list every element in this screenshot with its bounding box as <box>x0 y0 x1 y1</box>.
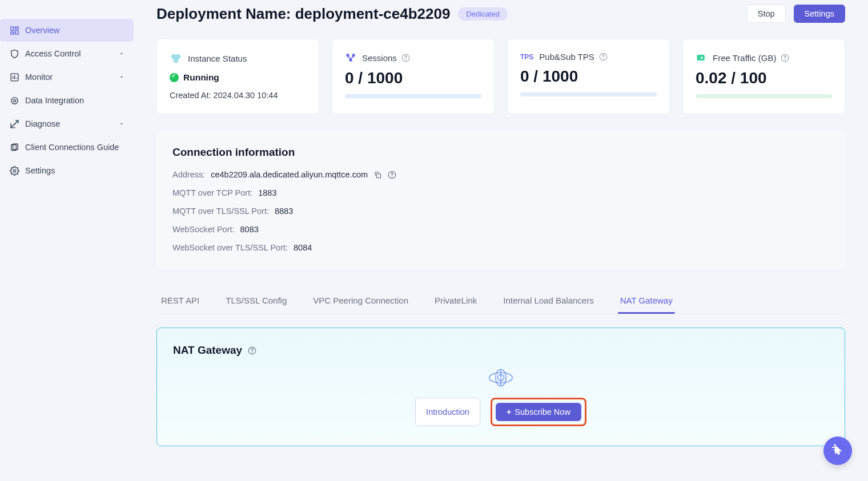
title-prefix: Deployment Name: <box>156 5 295 22</box>
svg-point-32 <box>252 352 252 353</box>
sidebar-item-label: Data Integration <box>25 96 84 105</box>
card-title: Sessions <box>362 53 397 63</box>
copy-icon[interactable] <box>373 171 382 179</box>
instance-status-icon <box>170 52 182 64</box>
plus-icon: + <box>507 407 511 417</box>
nat-gateway-panel: NAT Gateway Introduction +Subscribe Now <box>156 328 845 446</box>
tab-nat-gateway[interactable]: NAT Gateway <box>620 289 673 313</box>
svg-point-12 <box>13 169 15 172</box>
sidebar-item-label: Monitor <box>25 72 53 82</box>
page-header: Deployment Name: deployment-ce4b2209 Ded… <box>156 5 845 23</box>
help-icon[interactable] <box>401 54 410 62</box>
help-icon[interactable] <box>599 52 608 61</box>
settings-button[interactable]: Settings <box>794 5 845 23</box>
svg-rect-1 <box>15 27 18 29</box>
svg-point-27 <box>785 59 786 60</box>
port-row: MQTT over TCP Port: 1883 <box>172 188 829 197</box>
subscribe-now-button[interactable]: +Subscribe Now <box>496 403 581 421</box>
traffic-value: 0.02 / 100 <box>696 69 832 87</box>
help-fab-button[interactable] <box>823 436 852 465</box>
card-instance-status: Instance Status Running Created At: 2024… <box>156 39 319 114</box>
svg-rect-16 <box>347 54 349 56</box>
sidebar-item-label: Settings <box>25 166 55 175</box>
tab-rest-api[interactable]: REST API <box>161 289 199 313</box>
header-actions: Stop Settings <box>747 5 845 23</box>
svg-rect-0 <box>11 27 14 30</box>
port-label: WebSocket Port: <box>172 225 235 234</box>
card-title: Free Traffic (GB) <box>713 53 776 63</box>
subscribe-highlight: +Subscribe Now <box>491 398 586 426</box>
traffic-progress-bar <box>696 94 832 98</box>
metric-cards: Instance Status Running Created At: 2024… <box>156 39 845 114</box>
sidebar-item-client-guide[interactable]: Client Connections Guide <box>0 136 134 159</box>
diagnose-icon <box>9 119 19 129</box>
introduction-button[interactable]: Introduction <box>415 398 480 426</box>
subscribe-label: Subscribe Now <box>515 407 570 417</box>
sidebar-item-label: Diagnose <box>25 119 60 128</box>
status-text: Running <box>183 72 219 83</box>
port-value: 8083 <box>240 225 259 234</box>
layers-icon <box>9 95 19 106</box>
panel-title: NAT Gateway <box>173 344 242 357</box>
svg-point-15 <box>173 58 178 63</box>
created-prefix: Created At: <box>170 91 214 100</box>
address-label: Address: <box>172 170 205 179</box>
help-icon[interactable] <box>388 171 396 179</box>
help-icon[interactable] <box>248 346 256 355</box>
sidebar-item-monitor[interactable]: Monitor <box>0 66 134 88</box>
svg-rect-18 <box>349 59 352 62</box>
tab-privatelink[interactable]: PrivateLink <box>435 289 477 313</box>
sidebar-item-label: Access Control <box>25 49 81 58</box>
port-value: 8084 <box>294 243 312 252</box>
connection-info-section: Connection information Address: ce4b2209… <box>156 130 845 269</box>
svg-rect-28 <box>377 173 381 177</box>
port-value: 1883 <box>258 188 276 197</box>
tab-vpc-peering[interactable]: VPC Peering Connection <box>313 289 408 313</box>
traffic-icon <box>696 52 707 63</box>
deployment-type-badge: Dedicated <box>458 7 508 21</box>
svg-point-30 <box>392 176 392 177</box>
help-icon[interactable] <box>781 54 789 62</box>
address-value: ce4b2209.ala.dedicated.aliyun.mqttce.com <box>211 170 368 179</box>
svg-rect-3 <box>11 32 14 34</box>
tab-tls-ssl[interactable]: TLS/SSL Config <box>226 289 287 313</box>
tps-progress-bar <box>520 92 657 96</box>
card-traffic: Free Traffic (GB) 0.02 / 100 <box>682 39 845 114</box>
port-label: WebSocket over TLS/SSL Port: <box>172 243 288 252</box>
sidebar: Overview Access Control Monitor Data <box>0 0 134 481</box>
sidebar-item-access-control[interactable]: Access Control <box>0 42 134 65</box>
sessions-icon <box>345 52 356 63</box>
card-title: Instance Status <box>188 54 247 63</box>
svg-rect-25 <box>697 55 705 60</box>
port-value: 8883 <box>275 207 293 216</box>
config-tabs: REST API TLS/SSL Config VPC Peering Conn… <box>156 289 845 314</box>
svg-point-24 <box>603 58 604 59</box>
created-value: 2024.04.30 10:44 <box>214 91 278 100</box>
svg-point-8 <box>13 99 15 102</box>
tab-internal-lb[interactable]: Internal Load Balancers <box>503 289 593 313</box>
sidebar-item-data-integration[interactable]: Data Integration <box>0 89 134 112</box>
instance-status-value: Running <box>170 72 306 83</box>
stop-button[interactable]: Stop <box>747 5 786 23</box>
sidebar-item-settings[interactable]: Settings <box>0 159 134 182</box>
sidebar-item-label: Client Connections Guide <box>25 143 119 152</box>
sidebar-item-diagnose[interactable]: Diagnose <box>0 112 134 135</box>
card-tps: TPS Pub&Sub TPS 0 / 1000 <box>507 39 670 114</box>
tps-icon: TPS <box>520 53 533 61</box>
main-content: Deployment Name: deployment-ce4b2209 Ded… <box>134 0 868 481</box>
sessions-progress-bar <box>345 94 481 98</box>
chart-icon <box>9 72 19 82</box>
page-title: Deployment Name: deployment-ce4b2209 <box>156 5 450 23</box>
svg-line-19 <box>348 56 351 58</box>
created-at: Created At: 2024.04.30 10:44 <box>170 91 306 100</box>
guide-icon <box>9 142 19 152</box>
sidebar-item-overview[interactable]: Overview <box>0 19 134 42</box>
port-label: MQTT over TLS/SSL Port: <box>172 207 269 216</box>
svg-rect-2 <box>15 30 18 34</box>
status-running-icon <box>170 73 179 82</box>
chevron-down-icon <box>119 51 124 56</box>
sidebar-item-label: Overview <box>25 26 59 35</box>
pointer-icon <box>831 444 845 458</box>
svg-point-9 <box>11 97 17 103</box>
dashboard-icon <box>9 25 19 35</box>
